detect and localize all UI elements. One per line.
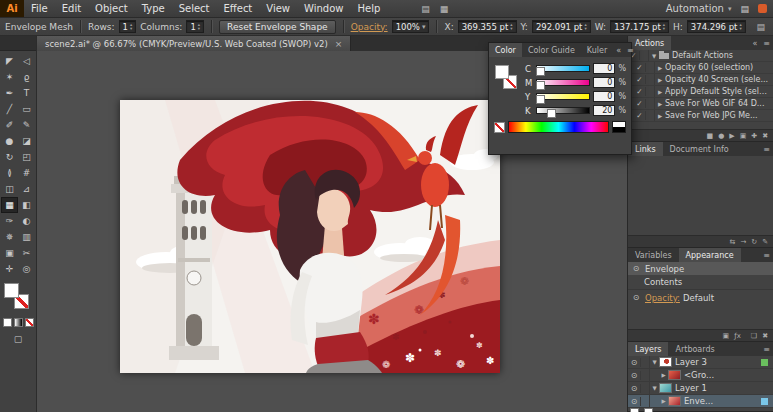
menu-select[interactable]: Select: [172, 0, 217, 17]
action-row[interactable]: ✓ ▶ Opacity 60 (selection): [628, 62, 773, 74]
expand-icon[interactable]: ▼: [649, 53, 659, 59]
action-row[interactable]: ✓ ▶ Opacity 40 Screen (sele...: [628, 74, 773, 86]
artboard[interactable]: ✽ ✽ ❁ ✽ ❁ ❁ ✽ ✽ ❁ ✽ ✽: [120, 100, 500, 373]
tab-variables[interactable]: Variables: [628, 248, 679, 262]
document-tab[interactable]: scene2.ai* @ 66.67% (CMYK/Preview/U.S. W…: [37, 36, 351, 51]
new-action-icon[interactable]: ✚: [751, 132, 757, 140]
menu-edit[interactable]: Edit: [55, 0, 88, 17]
stepper-icon[interactable]: ▴▾: [130, 23, 132, 31]
w-input[interactable]: 137.175 pt ▴▾: [610, 20, 669, 33]
action-row[interactable]: ✓ ▶ Save For Web JPG Me...: [628, 110, 773, 122]
tool-width[interactable]: ≬: [1, 165, 18, 181]
yellow-slider[interactable]: [536, 93, 590, 100]
stepper-icon[interactable]: ▴▾: [584, 23, 586, 31]
stepper-icon[interactable]: ▴▾: [198, 23, 200, 31]
dialog-toggle[interactable]: [646, 98, 655, 109]
tool-symbol-sprayer[interactable]: ✵: [1, 229, 18, 245]
duplicate-item-icon[interactable]: ❏: [751, 332, 757, 340]
cyan-slider[interactable]: [536, 65, 590, 72]
update-link-icon[interactable]: ↻: [751, 238, 757, 246]
menu-effect[interactable]: Effect: [217, 0, 260, 17]
action-check-icon[interactable]: ✓: [634, 63, 646, 72]
opacity-link[interactable]: Opacity:: [351, 22, 388, 32]
edit-original-icon[interactable]: ✎: [762, 238, 768, 246]
tool-mesh[interactable]: ▦: [1, 197, 18, 213]
menu-help[interactable]: Help: [350, 0, 387, 17]
tool-magic-wand[interactable]: ✶: [1, 69, 18, 85]
action-row[interactable]: ✓ ▶ Save For Web GIF 64 D...: [628, 98, 773, 110]
tool-rectangle[interactable]: ▭: [18, 101, 35, 117]
tool-blob-brush[interactable]: ●: [1, 133, 18, 149]
color-spectrum-bar[interactable]: [508, 121, 609, 133]
tool-scale[interactable]: ◰: [18, 149, 35, 165]
opacity-input[interactable]: 100% ▾: [392, 20, 430, 33]
lock-toggle[interactable]: [641, 356, 650, 368]
action-set-row[interactable]: ✓ ▼ Default Actions: [628, 50, 773, 62]
new-art-icon[interactable]: ▣: [723, 332, 730, 340]
panel-dock-icon[interactable]: ▤: [740, 4, 749, 14]
lock-toggle[interactable]: [641, 369, 650, 381]
expand-icon[interactable]: ▼: [650, 385, 659, 391]
expand-icon[interactable]: ▼: [650, 359, 659, 365]
visibility-eye-icon[interactable]: ⊙: [628, 397, 641, 406]
h-input[interactable]: 374.296 pt ▴▾: [687, 20, 746, 33]
tool-blend[interactable]: ◐: [18, 213, 35, 229]
menu-type[interactable]: Type: [135, 0, 172, 17]
black-slider[interactable]: [536, 107, 590, 114]
close-icon[interactable]: ×: [335, 39, 343, 49]
control-panel-options-icon[interactable]: ▤: [756, 22, 768, 32]
workspace-switcher[interactable]: Automation ▾: [666, 3, 732, 14]
action-row[interactable]: ✓ ▶ Apply Default Style (sele...: [628, 86, 773, 98]
fill-swatch[interactable]: [495, 65, 509, 79]
x-input[interactable]: 369.355 pt ▴▾: [458, 20, 517, 33]
action-check-icon[interactable]: ✓: [634, 87, 646, 96]
tool-zoom[interactable]: ◎: [18, 261, 35, 277]
tab-color-guide[interactable]: Color Guide: [522, 43, 581, 57]
collapsed-icon[interactable]: ▶: [655, 101, 665, 107]
opacity-link[interactable]: Opacity:: [645, 293, 680, 303]
begin-recording-icon[interactable]: ●: [718, 132, 724, 140]
action-check-icon[interactable]: ✓: [634, 75, 646, 84]
lock-toggle[interactable]: [641, 395, 650, 407]
panel-menu-icon[interactable]: ≡: [760, 342, 773, 356]
visibility-eye-icon[interactable]: ⊙: [630, 293, 642, 302]
collapsed-icon[interactable]: ▶: [655, 89, 665, 95]
delete-icon[interactable]: ✖: [762, 132, 768, 140]
tab-document-info[interactable]: Document Info: [663, 142, 736, 156]
magenta-slider[interactable]: [536, 79, 590, 86]
visibility-eye-icon[interactable]: ⊙: [628, 384, 641, 393]
dock-collapse-icon[interactable]: «: [613, 43, 624, 57]
tool-pencil[interactable]: ✎: [18, 117, 35, 133]
panel-menu-icon[interactable]: ≡: [624, 43, 637, 57]
tool-lasso[interactable]: ϱ: [18, 69, 35, 85]
layer-row[interactable]: ⊙ ▶ Enve...: [628, 395, 773, 408]
collapsed-icon[interactable]: ▶: [655, 65, 665, 71]
links-list[interactable]: [628, 156, 773, 235]
fill-swatch[interactable]: [4, 283, 19, 298]
appearance-row-envelope[interactable]: ⊙ Envelope: [628, 262, 773, 275]
tool-artboard[interactable]: ▣: [1, 245, 18, 261]
visibility-eye-icon[interactable]: ⊙: [628, 371, 641, 380]
tab-color[interactable]: Color: [489, 43, 522, 57]
tool-free-transform[interactable]: #: [18, 165, 35, 181]
add-effect-icon[interactable]: ƒx: [734, 332, 741, 340]
rows-input[interactable]: 1 ▴▾: [119, 20, 137, 33]
layer-row[interactable]: ⊙ ▼ Layer 1: [628, 382, 773, 395]
dialog-toggle[interactable]: [640, 50, 649, 61]
appearance-row-contents[interactable]: Contents: [628, 275, 773, 288]
panel-menu-icon[interactable]: ≡: [760, 248, 773, 262]
tool-direct-selection[interactable]: ◁: [18, 53, 35, 69]
tab-layers[interactable]: Layers: [628, 342, 668, 356]
cyan-value-input[interactable]: 0: [593, 63, 615, 74]
stepper-icon[interactable]: ▴▾: [663, 23, 665, 31]
dialog-toggle[interactable]: [646, 74, 655, 85]
tab-kuler[interactable]: Kuler: [581, 43, 613, 57]
menu-file[interactable]: File: [24, 0, 55, 17]
gradient-mode-button[interactable]: [14, 318, 23, 327]
black-value-input[interactable]: 20: [593, 105, 615, 116]
tool-eyedropper[interactable]: ✑: [1, 213, 18, 229]
tool-shape-builder[interactable]: ◫: [1, 181, 18, 197]
stop-playing-icon[interactable]: ■: [707, 132, 714, 140]
document-layout-icon[interactable]: ▦: [440, 4, 449, 14]
action-check-icon[interactable]: ✓: [634, 99, 646, 108]
